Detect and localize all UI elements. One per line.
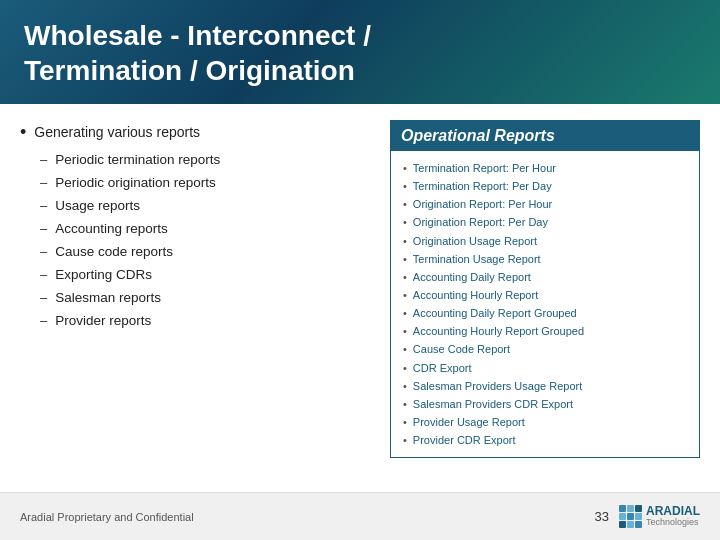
list-item: Accounting Hourly Report Grouped [403, 322, 687, 340]
list-item: Provider reports [40, 310, 370, 333]
page-number: 33 [595, 509, 609, 524]
list-item: CDR Export [403, 359, 687, 377]
list-item: Periodic origination reports [40, 172, 370, 195]
sub-bullets-list: Periodic termination reports Periodic or… [20, 149, 370, 333]
list-item: Usage reports [40, 195, 370, 218]
footer-right: 33 ARADIAL Technologies [595, 505, 700, 528]
list-item: Termination Report: Per Hour [403, 159, 687, 177]
list-item: Origination Usage Report [403, 232, 687, 250]
footer-copyright: Aradial Proprietary and Confidential [20, 511, 194, 523]
main-bullet: • Generating various reports [20, 124, 370, 143]
list-item: Accounting Daily Report [403, 268, 687, 286]
main-bullet-text: Generating various reports [34, 124, 200, 140]
bullet-icon: • [20, 122, 26, 143]
list-item: Salesman reports [40, 287, 370, 310]
list-item: Provider CDR Export [403, 431, 687, 449]
list-item: Accounting Daily Report Grouped [403, 304, 687, 322]
list-item: Periodic termination reports [40, 149, 370, 172]
list-item: Cause code reports [40, 241, 370, 264]
list-item: Origination Report: Per Day [403, 213, 687, 231]
op-reports-header: Operational Reports [391, 121, 699, 151]
list-item: Termination Usage Report [403, 250, 687, 268]
list-item: Provider Usage Report [403, 413, 687, 431]
list-item: Origination Report: Per Hour [403, 195, 687, 213]
logo: ARADIAL Technologies [619, 505, 700, 528]
list-item: Termination Report: Per Day [403, 177, 687, 195]
op-reports-title: Operational Reports [401, 127, 555, 144]
footer: Aradial Proprietary and Confidential 33 … [0, 492, 720, 540]
operational-reports-panel: Operational Reports Termination Report: … [390, 120, 700, 458]
list-item: Salesman Providers CDR Export [403, 395, 687, 413]
list-item: Accounting Hourly Report [403, 286, 687, 304]
list-item: Salesman Providers Usage Report [403, 377, 687, 395]
left-panel: • Generating various reports Periodic te… [20, 120, 370, 458]
bullet-section: • Generating various reports Periodic te… [20, 124, 370, 333]
list-item: Cause Code Report [403, 340, 687, 358]
list-item: Exporting CDRs [40, 264, 370, 287]
main-content: • Generating various reports Periodic te… [0, 104, 720, 474]
list-item: Accounting reports [40, 218, 370, 241]
op-reports-list: Termination Report: Per Hour Termination… [391, 151, 699, 457]
header: Wholesale - Interconnect / Termination /… [0, 0, 720, 104]
page-title: Wholesale - Interconnect / Termination /… [24, 18, 696, 88]
logo-text: ARADIAL Technologies [646, 505, 700, 528]
logo-grid-icon [619, 505, 642, 528]
